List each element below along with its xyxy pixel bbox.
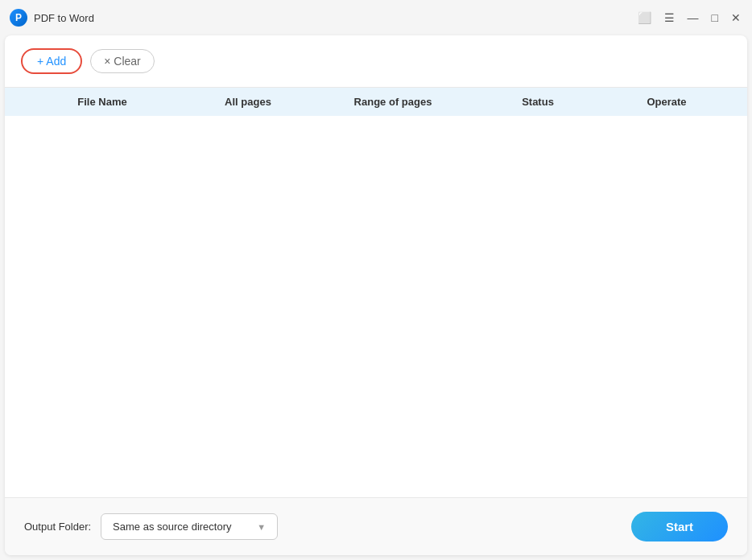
- clear-button[interactable]: × Clear: [90, 49, 155, 73]
- title-bar: P PDF to Word ⬜ ☰ — □ ✕: [0, 0, 752, 35]
- bottom-bar: Output Folder: Same as source directory …: [5, 497, 747, 555]
- output-folder-value: Same as source directory: [113, 521, 231, 533]
- start-button[interactable]: Start: [631, 512, 728, 541]
- app-icon-text: P: [15, 12, 22, 23]
- clear-button-label: × Clear: [104, 55, 141, 68]
- col-header-filename: File Name: [21, 96, 184, 108]
- col-header-allpages: All pages: [184, 96, 312, 108]
- start-button-label: Start: [666, 520, 693, 533]
- col-header-operate: Operate: [602, 96, 731, 108]
- share-button[interactable]: ⬜: [636, 10, 653, 25]
- minimize-button[interactable]: —: [686, 10, 700, 25]
- table-body: [5, 116, 747, 497]
- toolbar: + Add × Clear: [5, 35, 747, 88]
- app-icon: P: [10, 9, 27, 27]
- table-header: File Name All pages Range of pages Statu…: [5, 88, 747, 116]
- output-folder-section: Output Folder: Same as source directory …: [24, 513, 278, 540]
- window-controls: ⬜ ☰ — □ ✕: [636, 10, 742, 25]
- output-folder-select[interactable]: Same as source directory ▼: [101, 513, 278, 540]
- chevron-down-icon: ▼: [257, 522, 266, 532]
- add-button[interactable]: + Add: [21, 48, 82, 74]
- maximize-button[interactable]: □: [710, 10, 720, 25]
- main-window: + Add × Clear File Name All pages Range …: [5, 35, 747, 555]
- col-header-rangeofpages: Range of pages: [312, 96, 473, 108]
- close-button[interactable]: ✕: [729, 10, 742, 25]
- app-title: PDF to Word: [34, 12, 94, 24]
- menu-button[interactable]: ☰: [663, 10, 676, 25]
- add-button-label: + Add: [37, 55, 66, 68]
- output-folder-label: Output Folder:: [24, 521, 91, 533]
- title-bar-left: P PDF to Word: [10, 9, 94, 27]
- col-header-status: Status: [473, 96, 602, 108]
